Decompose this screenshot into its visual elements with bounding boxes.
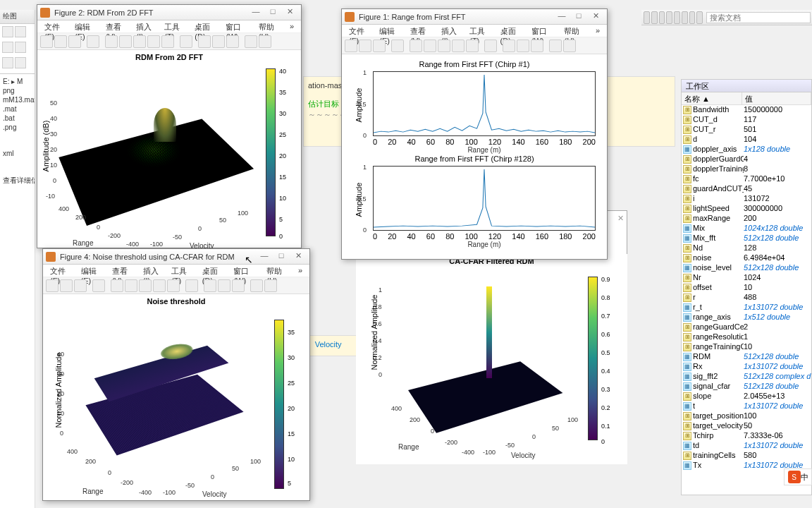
workspace-var-row[interactable]: doppler_axis1x128 double — [682, 145, 811, 155]
maximize-button[interactable]: □ — [570, 11, 587, 23]
toolbar-button[interactable] — [40, 35, 53, 48]
col-name[interactable]: 名称 ▲ — [682, 92, 742, 104]
workspace-var-row[interactable]: sig_fft2512x128 complex d... — [682, 372, 811, 382]
workspace-var-row[interactable]: fc7.7000e+10 — [682, 174, 811, 184]
workspace-var-row[interactable]: target_velocity50 — [682, 421, 811, 431]
workspace-var-row[interactable]: trainingCells580 — [682, 451, 811, 461]
tool-icon[interactable] — [689, 11, 696, 24]
toolbar-button[interactable] — [119, 35, 132, 48]
toolbar-button[interactable] — [232, 279, 245, 292]
workspace-var-row[interactable]: Mix1024x128 double — [682, 224, 811, 234]
menu-item[interactable]: 编辑(E) — [375, 25, 406, 37]
toolbar-button[interactable] — [259, 35, 271, 48]
figure-1-window[interactable]: Figure 1: Range from First FFT — □ ✕ 文件(… — [341, 8, 608, 260]
toolbar-button[interactable] — [161, 35, 174, 48]
toolbar-button[interactable] — [105, 35, 118, 48]
toolbar-button[interactable] — [345, 40, 357, 52]
toolbar-button[interactable] — [46, 279, 59, 292]
minimize-button[interactable]: — — [247, 7, 264, 18]
workspace-var-row[interactable]: i131072 — [682, 194, 811, 204]
file-item[interactable]: .bat — [0, 114, 35, 123]
menu-item[interactable]: 帮助(H) — [560, 25, 591, 37]
maximize-button[interactable]: □ — [273, 251, 290, 262]
toolbar-button[interactable] — [410, 40, 422, 52]
titlebar[interactable]: Figure 2: RDM From 2D FFT — □ ✕ — [37, 5, 301, 20]
toolbar-button[interactable] — [198, 35, 211, 48]
file-item[interactable] — [0, 132, 35, 149]
minimize-button[interactable]: — — [256, 251, 273, 262]
workspace-var-row[interactable]: r_t1x131072 double — [682, 303, 811, 313]
toolbar-button[interactable] — [517, 40, 529, 52]
help-icon[interactable] — [696, 11, 703, 24]
toolbar-button[interactable] — [147, 35, 160, 48]
toolbar-button[interactable] — [125, 279, 137, 292]
tool-icon[interactable] — [651, 11, 658, 24]
workspace-var-row[interactable]: Nd128 — [682, 243, 811, 253]
workspace-var-row[interactable]: d104 — [682, 135, 811, 145]
menu-item[interactable]: 工具(T) — [465, 25, 496, 37]
file-item[interactable]: .mat — [0, 104, 35, 114]
minimize-button[interactable]: — — [553, 11, 570, 23]
toolbar-button[interactable] — [74, 279, 87, 292]
toolbar-button[interactable] — [424, 40, 436, 52]
file-item[interactable]: 查看详细信息 — [0, 175, 35, 186]
toolbar-button[interactable] — [111, 279, 123, 292]
toolbar-button[interactable] — [484, 40, 497, 52]
menu-item[interactable]: 窗口(W) — [527, 25, 560, 37]
toolbar-button[interactable] — [218, 279, 230, 292]
menu-item[interactable]: 查看(V) — [108, 265, 139, 277]
workspace-var-row[interactable]: dopplerGuardC...4 — [682, 155, 811, 164]
menu-item[interactable]: 插入(I) — [132, 20, 160, 32]
plot-tab[interactable]: 绘图 — [0, 10, 35, 24]
toolbar-button[interactable] — [531, 40, 543, 52]
ime-indicator[interactable]: S 中 — [784, 468, 812, 485]
workspace-var-row[interactable]: noise_level512x128 double — [682, 263, 811, 273]
workspace-var-row[interactable]: target_position100 — [682, 411, 811, 421]
toolbar-button[interactable] — [264, 279, 277, 292]
tool-icon[interactable] — [682, 11, 688, 24]
col-value[interactable]: 值 — [742, 92, 811, 104]
workspace-var-row[interactable]: rangeTrainingCe...10 — [682, 342, 811, 352]
toolbar-button[interactable] — [549, 40, 562, 52]
figure-4-window[interactable]: Figure 4: Noise threshold using CA-CFAR … — [42, 248, 310, 501]
toolbar-button[interactable] — [563, 40, 576, 52]
workspace-var-row[interactable]: CUT_d117 — [682, 115, 811, 125]
workspace-var-row[interactable]: offset10 — [682, 283, 811, 293]
workspace-var-row[interactable]: t1x131072 double — [682, 401, 811, 411]
mini-icon[interactable] — [15, 42, 26, 53]
toolbar-button[interactable] — [153, 279, 166, 292]
menu-item[interactable]: 工具(T) — [167, 265, 198, 277]
mini-icon[interactable] — [2, 42, 13, 53]
breadcrumb[interactable]: E: ▸ M — [0, 77, 35, 86]
toolbar-button[interactable] — [204, 279, 216, 292]
workspace-var-row[interactable]: guardAndCUT_C...45 — [682, 184, 811, 194]
toolbar-button[interactable] — [87, 35, 99, 48]
workspace-var-row[interactable]: Nr1024 — [682, 273, 811, 283]
menu-item[interactable]: 帮助(H) — [262, 265, 294, 277]
toolbar-button[interactable] — [373, 40, 386, 52]
toolbar-button[interactable] — [139, 279, 152, 292]
menu-overflow-icon[interactable]: » — [285, 20, 298, 32]
menu-item[interactable]: 桌面(D) — [496, 25, 527, 37]
menu-item[interactable]: 桌面(D) — [198, 265, 230, 277]
menu-item[interactable]: 文件(F) — [46, 265, 77, 277]
menu-item[interactable]: 窗口(W) — [221, 20, 254, 32]
mini-icon[interactable] — [15, 57, 26, 68]
workspace-var-row[interactable]: rangeResolution1 — [682, 332, 811, 342]
workspace-var-row[interactable]: Tchirp7.3333e-06 — [682, 431, 811, 441]
toolbar-button[interactable] — [133, 35, 146, 48]
menu-item[interactable]: 编辑(E) — [70, 20, 102, 32]
menu-item[interactable]: 桌面(D) — [190, 20, 221, 32]
workspace-body[interactable]: Bandwidth150000000CUT_d117CUT_r501d104do… — [682, 105, 811, 495]
toolbar-button[interactable] — [68, 35, 81, 48]
menu-item[interactable]: 文件(F) — [345, 25, 375, 37]
tool-icon[interactable] — [674, 11, 680, 24]
menu-item[interactable]: 插入(I) — [139, 265, 167, 277]
toolbar-button[interactable] — [54, 35, 67, 48]
tool-icon[interactable] — [666, 11, 672, 24]
mini-icon[interactable] — [2, 57, 13, 68]
workspace-var-row[interactable]: RDM512x128 double — [682, 352, 811, 362]
toolbar-button[interactable] — [92, 279, 105, 292]
toolbar-button[interactable] — [391, 40, 404, 52]
close-button[interactable]: ✕ — [290, 251, 307, 262]
